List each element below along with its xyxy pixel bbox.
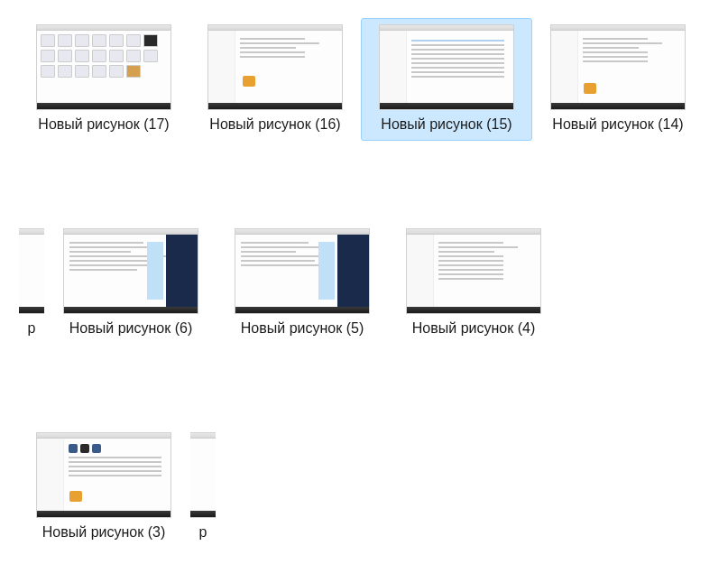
file-item-17[interactable]: Новый рисунок (17) xyxy=(18,18,189,141)
file-item-5[interactable]: Новый рисунок (5) xyxy=(217,222,388,345)
thumbnail xyxy=(406,228,541,314)
file-item-partial-top[interactable]: р xyxy=(18,222,45,345)
file-item-partial-bottom[interactable]: р xyxy=(189,426,217,549)
thumbnail xyxy=(550,24,686,110)
filename-label: Новый рисунок (4) xyxy=(412,319,535,338)
file-item-4[interactable]: Новый рисунок (4) xyxy=(388,222,559,345)
filename-label: Новый рисунок (17) xyxy=(38,116,169,134)
thumbnail xyxy=(63,228,198,314)
filename-label: р xyxy=(28,319,36,338)
thumbnail xyxy=(189,432,217,518)
file-item-15[interactable]: Новый рисунок (15) xyxy=(361,18,532,141)
thumbnail xyxy=(207,24,343,110)
thumbnail xyxy=(379,24,514,110)
thumbnail xyxy=(235,228,370,314)
filename-label: Новый рисунок (16) xyxy=(209,116,340,134)
file-item-6[interactable]: Новый рисунок (6) xyxy=(45,222,217,345)
filename-label: Новый рисунок (3) xyxy=(42,523,165,542)
file-item-3[interactable]: Новый рисунок (3) xyxy=(18,426,189,549)
filename-label: Новый рисунок (15) xyxy=(381,116,511,134)
filename-label: Новый рисунок (5) xyxy=(241,319,364,338)
filename-label: Новый рисунок (6) xyxy=(69,319,192,338)
filename-label: р xyxy=(199,523,207,542)
thumbnail xyxy=(18,228,45,314)
file-grid: Новый рисунок (17) Новый рисунок (16) xyxy=(18,18,728,564)
thumbnail xyxy=(36,24,171,110)
thumbnail xyxy=(36,432,171,518)
file-item-16[interactable]: Новый рисунок (16) xyxy=(189,18,361,141)
file-item-14[interactable]: Новый рисунок (14) xyxy=(532,18,704,141)
filename-label: Новый рисунок (14) xyxy=(552,116,683,134)
